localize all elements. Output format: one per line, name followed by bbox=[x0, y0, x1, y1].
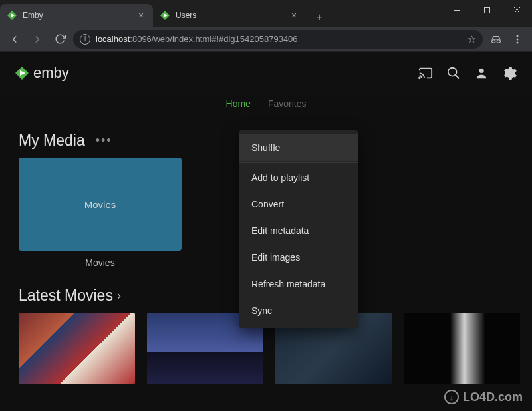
svg-point-11 bbox=[517, 38, 519, 40]
user-icon[interactable] bbox=[473, 65, 489, 81]
ctx-sync[interactable]: Sync bbox=[239, 297, 358, 324]
svg-point-8 bbox=[492, 39, 495, 43]
context-menu: Shuffle Add to playlist Convert Edit met… bbox=[239, 130, 358, 328]
close-icon[interactable]: × bbox=[136, 10, 146, 21]
media-tile-movies[interactable]: Movies bbox=[19, 158, 182, 251]
movie-poster[interactable] bbox=[19, 313, 135, 384]
chevron-right-icon: › bbox=[117, 289, 121, 303]
divider bbox=[239, 162, 358, 163]
minimize-button[interactable] bbox=[442, 0, 472, 20]
movie-poster[interactable] bbox=[404, 313, 520, 384]
ctx-add-to-playlist[interactable]: Add to playlist bbox=[239, 164, 358, 191]
latest-movies-title: Latest Movies bbox=[19, 287, 113, 305]
settings-gear-icon[interactable] bbox=[501, 65, 517, 81]
back-button[interactable] bbox=[5, 30, 24, 49]
tab-emby[interactable]: Emby × bbox=[0, 4, 153, 27]
browser-tabs: Emby × Users × + bbox=[0, 0, 329, 27]
window-controls bbox=[442, 0, 532, 20]
emby-favicon-icon bbox=[160, 10, 170, 21]
browser-toolbar: i localhost:8096/web/index.html#!#dlg154… bbox=[0, 27, 532, 52]
browser-menu-icon[interactable] bbox=[508, 30, 527, 49]
bookmark-star-icon[interactable]: ☆ bbox=[467, 33, 476, 45]
more-dots-icon[interactable]: ••• bbox=[96, 134, 112, 148]
emby-header: emby bbox=[0, 52, 532, 94]
tab-title: Emby bbox=[23, 11, 130, 20]
ctx-edit-images[interactable]: Edit images bbox=[239, 244, 358, 271]
svg-point-9 bbox=[497, 39, 500, 43]
cast-icon[interactable] bbox=[418, 65, 434, 81]
emby-logo-text: emby bbox=[33, 65, 69, 82]
svg-rect-5 bbox=[485, 7, 490, 13]
close-icon[interactable]: × bbox=[289, 10, 299, 21]
media-tile-label: Movies bbox=[84, 199, 116, 210]
emby-logo[interactable]: emby bbox=[15, 65, 69, 82]
emby-nav: Home Favorites bbox=[0, 94, 532, 118]
close-window-button[interactable] bbox=[502, 0, 532, 20]
my-media-title: My Media bbox=[19, 132, 85, 150]
svg-point-15 bbox=[419, 77, 420, 78]
ctx-shuffle[interactable]: Shuffle bbox=[239, 134, 358, 161]
download-icon: ↓ bbox=[444, 390, 459, 404]
url-text: localhost:8096/web/index.html#!#dlg15420… bbox=[96, 34, 462, 44]
emby-favicon-icon bbox=[7, 10, 17, 21]
svg-point-18 bbox=[479, 68, 483, 73]
ctx-convert[interactable]: Convert bbox=[239, 191, 358, 217]
svg-line-17 bbox=[456, 75, 460, 79]
incognito-icon[interactable] bbox=[487, 30, 505, 49]
reload-button[interactable] bbox=[51, 30, 69, 49]
svg-point-16 bbox=[448, 68, 457, 76]
ctx-edit-metadata[interactable]: Edit metadata bbox=[239, 217, 358, 244]
address-bar[interactable]: i localhost:8096/web/index.html#!#dlg154… bbox=[73, 30, 483, 49]
emby-logo-icon bbox=[15, 66, 29, 80]
watermark: ↓ LO4D.com bbox=[444, 390, 523, 404]
watermark-text: LO4D.com bbox=[463, 390, 523, 404]
tab-users[interactable]: Users × bbox=[153, 4, 306, 27]
new-tab-button[interactable]: + bbox=[310, 8, 329, 27]
site-info-icon[interactable]: i bbox=[80, 34, 90, 45]
search-icon[interactable] bbox=[446, 65, 462, 81]
nav-home[interactable]: Home bbox=[226, 98, 251, 109]
forward-button[interactable] bbox=[28, 30, 47, 49]
media-tile-caption: Movies bbox=[19, 251, 182, 268]
tab-title: Users bbox=[176, 11, 283, 20]
svg-point-10 bbox=[517, 35, 519, 37]
nav-favorites[interactable]: Favorites bbox=[268, 98, 307, 109]
maximize-button[interactable] bbox=[472, 0, 502, 20]
window-titlebar: Emby × Users × + bbox=[0, 0, 532, 27]
svg-point-12 bbox=[517, 41, 519, 43]
ctx-refresh-metadata[interactable]: Refresh metadata bbox=[239, 271, 358, 297]
